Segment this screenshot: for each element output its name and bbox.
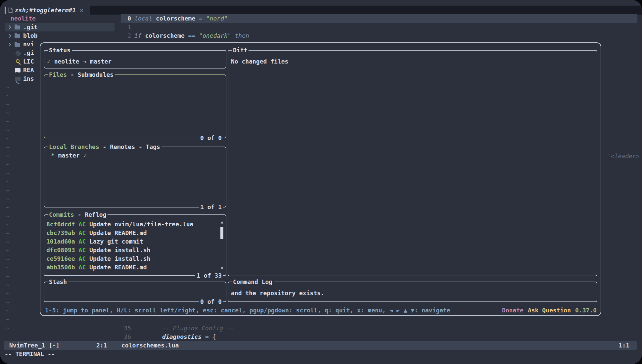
- commit-message: Update README.md: [89, 264, 147, 271]
- folder-icon: [15, 43, 20, 47]
- scrollbar-thumb[interactable]: [220, 227, 223, 239]
- tab-commits[interactable]: Commits: [49, 211, 74, 218]
- commit-author: AC: [79, 264, 86, 271]
- commit-message: Update install.sh: [89, 247, 150, 253]
- tree-root-folder[interactable]: neolite: [11, 14, 36, 23]
- tilde-marker: ~: [6, 91, 10, 100]
- commit-message: Update README.md: [89, 229, 147, 236]
- panel-command-log[interactable]: Command Log and the repository exists.: [228, 282, 597, 302]
- commits-scrollbar[interactable]: [220, 220, 224, 271]
- lazygit-bottom-bar: 1-5: jump to panel, H/L: scroll left/rig…: [45, 306, 597, 315]
- files-count: 0 of 0: [199, 134, 223, 142]
- tilde-marker: ~: [6, 109, 10, 117]
- line-number: 2: [121, 31, 134, 40]
- tab-remotes-tags[interactable]: - Remotes - Tags: [103, 143, 160, 150]
- tabline-fill: [90, 6, 642, 15]
- panel-stash[interactable]: Stash 0 of 0: [44, 282, 226, 302]
- scroll-down-icon[interactable]: [220, 266, 224, 271]
- panel-title-command-log: Command Log: [233, 278, 272, 285]
- statusline-cursor-pos-right: 1:1: [619, 341, 629, 350]
- code-line-35: 35-- Plugins Config --: [121, 324, 234, 333]
- tree-item-label: LIC: [23, 57, 34, 66]
- commit-row[interactable]: abb3506b AC Update README.md: [46, 263, 226, 272]
- commit-message: Update install.sh: [89, 255, 150, 262]
- version-label: 0.37.0: [575, 306, 597, 315]
- commit-message: Update nvim/lua/file-tree.lua: [89, 221, 193, 228]
- commit-row[interactable]: dfc08093 AC Update install.sh: [46, 246, 226, 254]
- markdown-icon: [15, 68, 21, 72]
- commit-author: AC: [79, 255, 86, 262]
- tilde-marker: ~: [6, 229, 10, 238]
- tilde-marker: ~: [6, 126, 10, 134]
- commit-hash: cbc739ab: [46, 229, 75, 236]
- code-fragment-leader: '<leader>: [607, 152, 640, 160]
- code-line-36: 36diagnostics = {: [121, 333, 216, 341]
- scroll-up-icon[interactable]: [220, 220, 224, 224]
- tab-indicator: [5, 7, 6, 14]
- tree-item-label: REA: [23, 66, 34, 74]
- chevron-right-icon: [7, 42, 11, 47]
- tilde-marker: ~: [6, 220, 10, 229]
- tilde-marker: ~: [6, 117, 10, 126]
- tree-item-blob[interactable]: blob: [5, 31, 115, 40]
- commit-author: AC: [79, 247, 86, 253]
- commit-list: 8cf6dcdf AC Update nvim/lua/file-tree.lu…: [44, 215, 226, 272]
- star-icon: *: [51, 152, 55, 159]
- tab-close-icon[interactable]: ×: [80, 6, 83, 15]
- panel-status[interactable]: Status ✓ neolite → master: [44, 50, 226, 68]
- tab-files[interactable]: Files: [49, 71, 67, 78]
- empty-buffer-tildes: ~~~~~~~~~~~~~~~~~~~~~~~~~~~~~: [6, 83, 10, 332]
- panel-title-status[interactable]: Status: [49, 47, 70, 54]
- tilde-marker: ~: [6, 203, 10, 212]
- panel-files[interactable]: Files - Submodules 0 of 0: [44, 74, 226, 138]
- tree-item-label: ins: [23, 74, 34, 83]
- tab-local-branches[interactable]: Local Branches: [49, 143, 99, 150]
- folder-icon: [15, 34, 20, 38]
- tab-reflog[interactable]: - Reflog: [78, 211, 107, 218]
- line-number: 0: [121, 14, 134, 23]
- terminal-icon: [15, 77, 21, 81]
- commit-hash: dfc08093: [46, 247, 75, 253]
- tilde-marker: ~: [6, 289, 10, 298]
- commit-row[interactable]: 8cf6dcdf AC Update nvim/lua/file-tree.lu…: [46, 220, 226, 229]
- tilde-marker: ~: [6, 263, 10, 272]
- tilde-marker: ~: [6, 324, 10, 332]
- commit-message: Lazy git commit: [89, 238, 143, 245]
- tilde-marker: ~: [6, 169, 10, 177]
- ask-question-link[interactable]: Ask Question: [528, 306, 571, 315]
- commit-author: AC: [79, 229, 86, 236]
- tab-stash[interactable]: Stash: [49, 278, 67, 285]
- line-number: 36: [121, 333, 134, 341]
- panel-commits[interactable]: Commits - Reflog 8cf6dcdf AC Update nvim…: [44, 214, 226, 276]
- commit-hash: 8cf6dcdf: [46, 221, 75, 228]
- commit-row[interactable]: 101ad60a AC Lazy git commit: [46, 237, 226, 246]
- commits-count: 1 of 33: [195, 271, 223, 280]
- branches-count: 1 of 1: [199, 203, 223, 211]
- donate-link[interactable]: Donate: [502, 306, 524, 315]
- statusline-buffer-name: NvimTree_1 [-]: [9, 341, 60, 350]
- tree-item-label: .gi: [23, 49, 34, 57]
- file-icon: [8, 8, 13, 13]
- tilde-marker: ~: [6, 306, 10, 315]
- chevron-right-icon: [7, 25, 11, 29]
- code-line-0: 0local colorscheme = "nord": [121, 14, 228, 23]
- code-line-2: 2if colorscheme == "onedark" then: [121, 31, 249, 40]
- tab-submodules[interactable]: - Submodules: [70, 71, 114, 78]
- screenshot-root: zsh;#toggleterm#1 × neolite .gitblobnvi.…: [0, 0, 642, 364]
- commit-author: AC: [79, 221, 86, 228]
- panel-branches[interactable]: Local Branches - Remotes - Tags * master…: [44, 147, 226, 207]
- tab-title: zsh;#toggleterm#1: [15, 6, 76, 15]
- diff-content: No changed files: [228, 51, 597, 66]
- neovim-window: zsh;#toggleterm#1 × neolite .gitblobnvi.…: [0, 0, 642, 364]
- commit-author: AC: [79, 238, 86, 245]
- mode-indicator: -- TERMINAL --: [5, 350, 55, 358]
- commit-row[interactable]: ce5916ee AC Update install.sh: [46, 254, 226, 263]
- tab-toggleterm[interactable]: zsh;#toggleterm#1 ×: [5, 6, 90, 15]
- commit-hash: ce5916ee: [46, 255, 75, 262]
- panel-diff[interactable]: Diff No changed files: [228, 50, 597, 276]
- tree-item-git[interactable]: .git: [5, 23, 115, 31]
- tilde-marker: ~: [6, 100, 10, 109]
- arrow-right-icon: →: [83, 58, 86, 65]
- statusline-cursor-pos-left: 2:1: [96, 341, 107, 350]
- commit-row[interactable]: cbc739ab AC Update README.md: [46, 229, 226, 237]
